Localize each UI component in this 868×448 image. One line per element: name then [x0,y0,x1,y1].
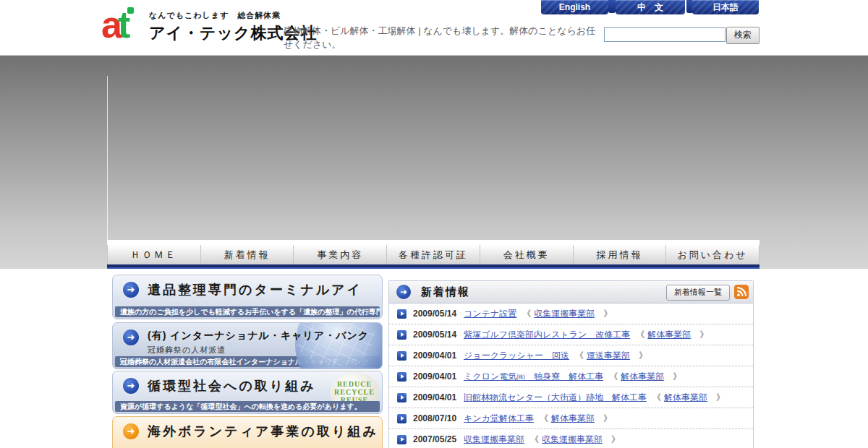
bracket-open: 《 [575,350,584,362]
news-dept-link[interactable]: 運送事業部 [587,350,630,362]
banner-caption: 資源が循環するような「循環型社会」への転換を進める必要があります。 [115,401,380,412]
banner-row: ➜ 遺品整理専門のターミナルアイ [113,275,382,298]
news-dept-link[interactable]: 解体事業部 [551,413,595,425]
bracket-close: 》 [611,434,620,446]
nav-item-label: ＨＯＭＥ [131,249,177,260]
news-title-link[interactable]: 旧館林物流センター（大街道）跡地 解体工事 [464,392,647,404]
nav-item[interactable]: 会社概要 [480,245,574,264]
nav-item[interactable]: ＨＯＭＥ [108,245,201,264]
news-dept-link[interactable]: 収集運搬事業部 [534,308,595,320]
hero-banner-area [0,55,868,269]
play-bullet-icon [397,372,407,382]
lang-tab-separator [608,0,616,13]
bracket-close: 》 [603,308,612,320]
badge-line: RECYCLE [334,388,375,396]
news-header: ➜ 新着情報 新着情報一覧 [389,281,753,303]
play-bullet-icon [397,414,407,423]
bracket-close: 》 [699,329,708,341]
lang-tab-chinese[interactable]: 中 文 [616,0,685,14]
lang-tab-english[interactable]: English [541,0,608,14]
nav-item-label: 新着情報 [224,249,271,260]
news-title-link[interactable]: ミクロン電気㈱ 独身寮 解体工事 [464,371,603,383]
play-bullet-icon [397,435,407,444]
news-dept-link[interactable]: 解体事業部 [621,371,664,383]
search-input[interactable] [604,27,726,42]
banner-overseas-volunteer[interactable]: ➜ 海外ボランティア事業の取り組み アイ・テック株式会社は、海外のボランティア事… [112,416,383,448]
bracket-close: 》 [716,392,725,404]
banner-career-bank[interactable]: ➜ (有) インターナショナル・キャリア・バンク 冠婚葬祭の人材派遣 冠婚葬祭の… [112,322,383,369]
badge-line: REDUCE [337,380,372,388]
logo-tagline: なんでもこわします 総合解体業 [149,10,318,21]
news-date: 2009/04/01 [413,350,456,361]
arrow-circle-icon: ➜ [123,378,139,394]
news-section: ➜ 新着情報 新着情報一覧 2009/05/14 コンテナ設置 《 収集運搬事業… [388,280,754,448]
play-bullet-icon [397,351,407,361]
news-dept-link[interactable]: 収集運搬事業部 [542,434,603,446]
arrow-circle-icon: ➜ [123,329,139,345]
news-date: 2009/04/01 [413,392,456,402]
news-title-link[interactable]: 紫塚ゴルフ倶楽部内レストラン 改修工事 [464,329,630,341]
banner-subtitle: 冠婚葬祭の人材派遣 [148,345,369,356]
news-title-link[interactable]: コンテナ設置 [464,308,516,320]
banner-row: ➜ 海外ボランティア事業の取り組み [113,417,382,440]
banner-title: 循環型社会への取り組み [148,377,316,395]
bracket-open: 《 [522,308,531,320]
bracket-open: 《 [609,371,618,383]
play-bullet-icon [397,309,407,319]
news-list-button[interactable]: 新着情報一覧 [666,285,730,301]
news-date: 2007/05/25 [413,434,456,444]
news-date: 2008/07/10 [413,413,456,423]
news-date: 2009/05/14 [413,309,456,319]
rss-icon[interactable] [734,285,749,299]
arrow-circle-icon: ➜ [396,285,411,299]
banner-text: (有) インターナショナル・キャリア・バンク 冠婚葬祭の人材派遣 [148,329,369,356]
news-section-title: 新着情報 [421,285,470,299]
nav-item-label: 事業内容 [317,249,363,260]
nav-item-label: 採用情報 [596,249,642,260]
banner-recycle-society[interactable]: ➜ 循環型社会への取り組み REDUCE RECYCLE REUSE 資源が循環… [112,371,383,414]
news-title-link[interactable]: ジョークラッシャー 回送 [464,350,569,362]
nav-item-label: 会社概要 [503,249,550,260]
bracket-close: 》 [673,371,681,383]
nav-item[interactable]: お問い合わせ [666,245,760,264]
banner-caption: 遺族の方のご負担を少しでも軽減するお手伝いをする「遺族の整理」の代行専門です。 [115,306,380,317]
search-button[interactable]: 検索 [726,27,760,44]
bracket-open: 《 [530,434,539,446]
logo-letter-t: t [118,4,126,46]
logo-mark-icon: at [101,9,143,45]
main-nav: ＨＯＭＥ 新着情報 事業内容 各種許認可証 会社概要 採用情報 お問い合わせ [107,245,760,264]
news-title-link[interactable]: 収集運搬事業部 [464,434,524,446]
play-bullet-icon [397,393,407,402]
news-row: 2009/04/01 旧館林物流センター（大街道）跡地 解体工事 《 解体事業部… [389,387,753,408]
nav-item-label: 各種許認可証 [399,249,468,260]
bracket-open: 《 [540,413,548,425]
play-bullet-icon [397,330,407,340]
bracket-close: 》 [603,413,612,425]
arrow-circle-icon: ➜ [123,282,139,298]
news-list: 2009/05/14 コンテナ設置 《 収集運搬事業部 》 2009/05/14… [389,303,753,448]
nav-item[interactable]: 採用情報 [574,245,667,264]
news-row: 2009/05/14 紫塚ゴルフ倶楽部内レストラン 改修工事 《 解体事業部 》 [389,324,753,345]
arrow-circle-icon: ➜ [123,423,139,439]
banner-terminal-ai[interactable]: ➜ 遺品整理専門のターミナルアイ 遺族の方のご負担を少しでも軽減するお手伝いをす… [112,275,383,319]
news-row: 2009/04/01 ジョークラッシャー 回送 《 運送事業部 》 [389,345,753,366]
news-dept-link[interactable]: 解体事業部 [664,392,707,404]
nav-item[interactable]: 新着情報 [201,245,294,264]
banner-title: 海外ボランティア事業の取り組み [148,423,378,440]
news-title-link[interactable]: キンカ堂解体工事 [464,413,534,425]
news-row: 2008/07/10 キンカ堂解体工事 《 解体事業部 》 [389,408,753,429]
news-date: 2009/04/01 [413,371,456,382]
news-row: 2009/05/14 コンテナ設置 《 収集運搬事業部 》 [389,303,753,324]
nav-item[interactable]: 事業内容 [294,245,387,264]
banner-title: (有) インターナショナル・キャリア・バンク [148,329,369,343]
lang-tab-japanese[interactable]: 日本語 [692,0,759,14]
nav-item-label: お問い合わせ [678,249,748,260]
logo-dot-icon [127,7,134,14]
nav-item[interactable]: 各種許認可証 [387,245,480,264]
news-row: 2007/05/25 収集運搬事業部 《 収集運搬事業部 》 [389,429,753,448]
news-row: 2009/04/01 ミクロン電気㈱ 独身寮 解体工事 《 解体事業部 》 [389,366,753,387]
news-dept-link[interactable]: 解体事業部 [647,329,691,341]
banner-title: 遺品整理専門のターミナルアイ [148,281,362,298]
bracket-open: 《 [652,392,661,404]
page: at なんでもこわします 総合解体業 アイ・テック株式会社 建物解体・ビル解体・… [0,0,868,448]
